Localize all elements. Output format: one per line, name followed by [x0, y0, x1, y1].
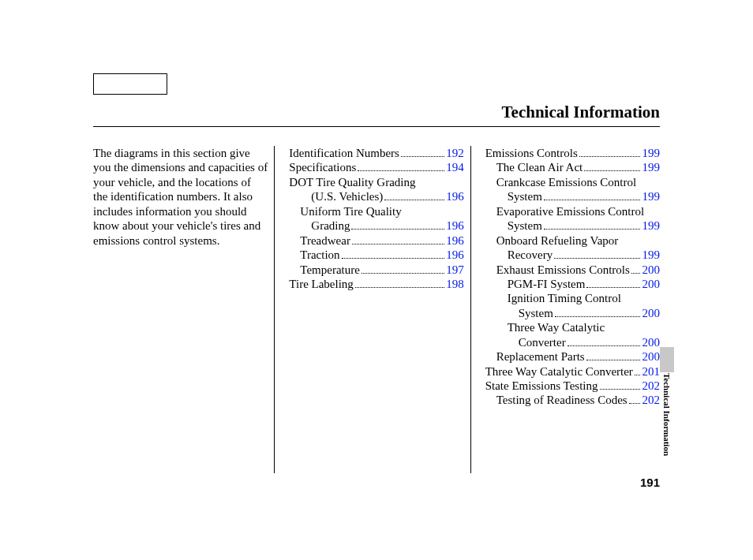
toc-page-link[interactable]: 199 — [642, 189, 660, 203]
corner-marker — [93, 73, 167, 95]
toc-entry: Three Way Catalytic — [485, 320, 660, 334]
toc-entry: Identification Numbers 192 — [289, 146, 463, 160]
toc-label: Testing of Readiness Codes — [496, 393, 628, 407]
toc-entry: System 199 — [485, 218, 660, 233]
toc-page-link[interactable]: 202 — [642, 379, 660, 393]
toc-leader-dots — [584, 170, 640, 171]
toc-page-link[interactable]: 200 — [642, 277, 660, 291]
column-toc-2: Emissions Controls 199The Clean Air Act … — [479, 146, 660, 473]
toc-leader-dots — [384, 200, 444, 200]
toc-entry: Treadwear 196 — [289, 233, 463, 248]
toc-leader-dots — [586, 287, 640, 288]
toc-label: Specifications — [289, 160, 356, 174]
toc-page-link[interactable]: 200 — [642, 263, 660, 277]
toc-page-link[interactable]: 197 — [446, 263, 464, 277]
toc-entry: Testing of Readiness Codes 202 — [485, 393, 660, 407]
toc-label: Converter — [519, 335, 566, 349]
toc-entry: State Emissions Testing 202 — [485, 379, 660, 393]
toc-label: Three Way Catalytic Converter — [485, 364, 633, 379]
toc-page-link[interactable]: 196 — [446, 189, 464, 203]
toc-page-link[interactable]: 201 — [642, 364, 660, 379]
toc-label: Identification Numbers — [289, 146, 399, 160]
toc-leader-dots — [352, 244, 444, 245]
toc-leader-dots — [362, 273, 444, 274]
toc-entry: Emissions Controls 199 — [485, 146, 660, 160]
toc-label: System — [508, 218, 542, 233]
toc-label: Recovery — [508, 248, 553, 262]
toc-page-link[interactable]: 198 — [446, 277, 464, 291]
toc-entry: (U.S. Vehicles) 196 — [289, 189, 463, 203]
toc-leader-dots — [631, 273, 641, 274]
toc-page-link[interactable]: 196 — [446, 218, 464, 233]
side-section-label: Technical Information — [660, 373, 674, 480]
page-title: Technical Information — [502, 103, 660, 122]
toc-page-link[interactable]: 200 — [642, 306, 660, 320]
toc-leader-dots — [600, 389, 641, 390]
side-tab-gray — [660, 347, 674, 372]
toc-leader-dots — [355, 287, 444, 288]
toc-label: Emissions Controls — [485, 146, 578, 160]
toc-entry: Uniform Tire Quality — [289, 204, 463, 218]
toc-leader-dots — [342, 258, 445, 259]
toc-leader-dots — [635, 375, 641, 375]
toc-leader-dots — [358, 170, 444, 171]
toc-entry: Evaporative Emissions Control — [485, 204, 660, 218]
content-area: The diagrams in this section give you th… — [93, 146, 660, 473]
toc-label: System — [519, 306, 553, 320]
toc-entry: Specifications 194 — [289, 160, 463, 174]
toc-page-link[interactable]: 202 — [642, 393, 660, 407]
toc-entry: Exhaust Emissions Controls 200 — [485, 263, 660, 277]
toc-page-link[interactable]: 196 — [446, 233, 464, 248]
toc-page-link[interactable]: 199 — [642, 218, 660, 233]
toc-entry: Grading 196 — [289, 218, 463, 233]
toc-label: Traction — [300, 248, 339, 262]
column-toc-1: Identification Numbers 192Specifications… — [283, 146, 470, 473]
toc-label: Exhaust Emissions Controls — [496, 263, 630, 277]
toc-label: The Clean Air Act — [496, 160, 583, 174]
toc-entry: Three Way Catalytic Converter 201 — [485, 364, 660, 379]
toc-page-link[interactable]: 199 — [642, 160, 660, 174]
toc-entry: Recovery 199 — [485, 248, 660, 262]
column-intro: The diagrams in this section give you th… — [93, 146, 275, 473]
toc-leader-dots — [544, 229, 641, 230]
toc-entry: The Clean Air Act 199 — [485, 160, 660, 174]
toc-leader-dots — [554, 258, 640, 259]
toc-entry: Temperature 197 — [289, 263, 463, 277]
toc-page-link[interactable]: 200 — [642, 335, 660, 349]
toc-leader-dots — [579, 156, 641, 157]
toc-page-link[interactable]: 194 — [446, 160, 464, 174]
toc-label: PGM-FI System — [508, 277, 586, 291]
toc-label: Tire Labeling — [289, 277, 354, 291]
toc-page-link[interactable]: 192 — [446, 146, 464, 160]
toc-leader-dots — [629, 403, 641, 404]
toc-label: Treadwear — [300, 233, 350, 248]
toc-leader-dots — [351, 229, 444, 230]
intro-text: The diagrams in this section give you th… — [93, 146, 268, 248]
toc-entry: DOT Tire Quality Grading — [289, 175, 463, 189]
toc-entry: Traction 196 — [289, 248, 463, 262]
toc-entry: System 199 — [485, 189, 660, 203]
toc-leader-dots — [544, 200, 641, 200]
toc-page-link[interactable]: 196 — [446, 248, 464, 262]
toc-entry: Converter 200 — [485, 335, 660, 349]
toc-page-link[interactable]: 199 — [642, 248, 660, 262]
toc-entry: Tire Labeling 198 — [289, 277, 463, 291]
page-number: 191 — [640, 476, 660, 489]
horizontal-rule — [93, 126, 660, 127]
toc-entry: Onboard Refueling Vapor — [485, 233, 660, 248]
toc-page-link[interactable]: 200 — [642, 349, 660, 364]
toc-entry: System 200 — [485, 306, 660, 320]
toc-entry: Ignition Timing Control — [485, 291, 660, 305]
toc-label: State Emissions Testing — [485, 379, 598, 393]
toc-label: System — [508, 189, 542, 203]
toc-leader-dots — [568, 345, 641, 346]
toc-label: Grading — [311, 218, 350, 233]
toc-leader-dots — [586, 360, 641, 360]
toc-leader-dots — [555, 316, 641, 317]
toc-leader-dots — [401, 156, 444, 157]
toc-entry: PGM-FI System 200 — [485, 277, 660, 291]
toc-label: Temperature — [300, 263, 360, 277]
toc-entry: Crankcase Emissions Control — [485, 175, 660, 189]
toc-entry: Replacement Parts 200 — [485, 349, 660, 364]
toc-page-link[interactable]: 199 — [642, 146, 660, 160]
